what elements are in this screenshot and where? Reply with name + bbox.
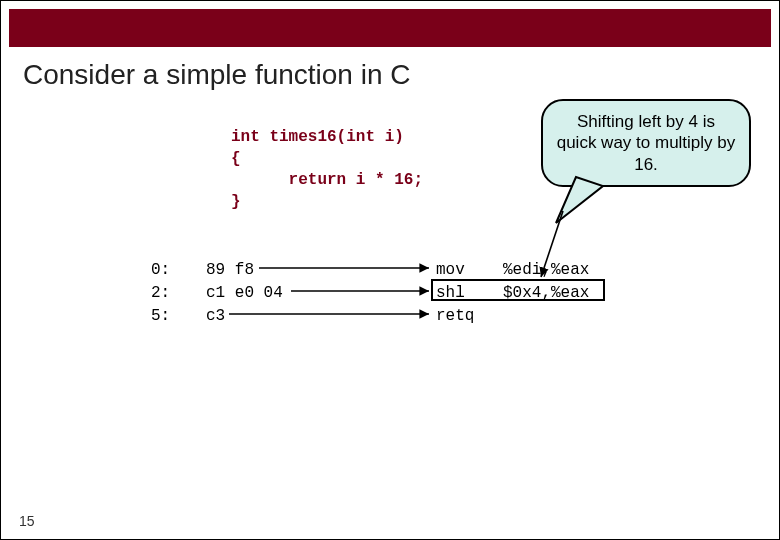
code-line-1: int times16(int i)	[231, 128, 404, 146]
asm-bytes-0: 89 f8	[206, 261, 254, 279]
title-bar	[9, 9, 771, 47]
asm-bytes-2: c3	[206, 307, 225, 325]
asm-mnemonic-2: retq	[436, 307, 474, 325]
asm-bytes-1: c1 e0 04	[206, 284, 283, 302]
asm-mnemonic-0: mov	[436, 261, 465, 279]
asm-offset-1: 2:	[151, 284, 170, 302]
code-line-2: {	[231, 150, 241, 168]
page-number: 15	[19, 513, 35, 529]
callout-bubble: Shifting left by 4 is quick way to multi…	[541, 99, 751, 187]
highlight-box-shl	[431, 279, 605, 301]
asm-offset-2: 5:	[151, 307, 170, 325]
asm-offsets-col: 0: 2: 5:	[151, 259, 170, 329]
code-line-3: return i * 16;	[231, 171, 423, 189]
slide-title: Consider a simple function in C	[23, 59, 411, 91]
asm-bytes-col: 89 f8 c1 e0 04 c3	[206, 259, 283, 329]
asm-offset-0: 0:	[151, 261, 170, 279]
asm-operands-0: %edi,%eax	[503, 261, 589, 279]
slide: Consider a simple function in C int time…	[0, 0, 780, 540]
code-line-4: }	[231, 193, 241, 211]
callout-text: Shifting left by 4 is quick way to multi…	[557, 112, 736, 174]
c-code-block: int times16(int i) { return i * 16; }	[231, 127, 423, 213]
